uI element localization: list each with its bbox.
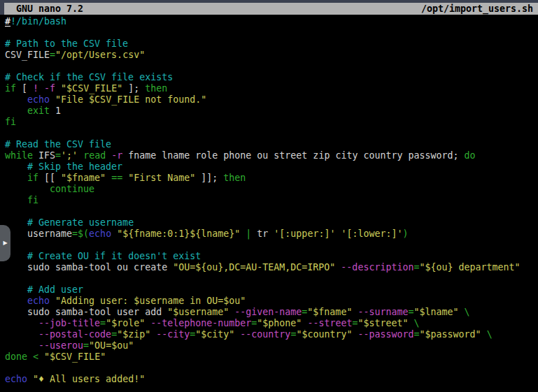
code-token-plain bbox=[5, 296, 27, 306]
code-line[interactable]: continue bbox=[5, 184, 538, 195]
code-token-keyword: ) bbox=[402, 228, 408, 239]
code-line[interactable]: sudo samba-tool user add "$username" --g… bbox=[5, 307, 538, 318]
code-token-plain bbox=[27, 374, 33, 384]
code-token-keyword: = bbox=[83, 340, 89, 351]
code-token-option: --surname bbox=[358, 307, 408, 317]
code-token-option: -f bbox=[44, 83, 55, 94]
code-token-plain: fname lname role phone ou street zip cit… bbox=[122, 150, 464, 161]
app-title: GNU nano 7.2 bbox=[16, 3, 83, 15]
code-token-keyword: fi bbox=[5, 117, 16, 127]
code-token-keyword: = bbox=[55, 150, 61, 161]
code-token-keyword: exit bbox=[27, 106, 50, 116]
code-token-option: --password bbox=[358, 329, 413, 340]
code-token-string: "$fname" bbox=[61, 173, 106, 183]
code-line[interactable]: echo "Adding user: $username in OU=$ou" bbox=[5, 296, 538, 307]
code-token-keyword: == bbox=[111, 173, 122, 183]
code-line[interactable] bbox=[5, 27, 538, 38]
code-token-keyword: = bbox=[111, 329, 117, 340]
code-line[interactable]: --job-title="$role" --telephone-number="… bbox=[5, 318, 538, 329]
code-line[interactable]: sudo samba-tool ou create "OU=${ou},DC=A… bbox=[5, 262, 538, 273]
code-line[interactable]: if [[ "$fname" == "First Name" ]]; then bbox=[5, 173, 538, 184]
code-token-keyword: $( bbox=[78, 228, 89, 239]
code-token-plain bbox=[78, 150, 83, 161]
code-token-plain bbox=[5, 340, 38, 351]
code-line[interactable]: CSV_FILE="/opt/Users.csv" bbox=[5, 50, 538, 61]
code-token-keyword: = bbox=[72, 228, 78, 239]
code-token-keyword: < bbox=[33, 351, 38, 362]
code-line[interactable]: # Skip the header bbox=[5, 161, 538, 173]
code-token-plain bbox=[5, 329, 38, 340]
code-token-plain bbox=[50, 94, 55, 105]
code-token-option: -r bbox=[111, 150, 122, 161]
code-token-keyword: \ bbox=[414, 318, 420, 328]
code-line[interactable]: # Path to the CSV file bbox=[5, 38, 538, 50]
code-token-string: "$role" bbox=[106, 318, 145, 328]
code-line[interactable] bbox=[5, 206, 538, 217]
code-token-plain: [[ bbox=[38, 173, 61, 183]
code-line[interactable]: username=$(echo "${fname:0:1}${lname}" |… bbox=[5, 228, 538, 240]
code-token-option: --country bbox=[240, 329, 290, 340]
code-line[interactable]: # Check if the CSV file exists bbox=[5, 72, 538, 83]
code-token-comment: # Create OU if it doesn't exist bbox=[27, 251, 201, 261]
code-token-string: "$CSV_FILE" bbox=[44, 351, 106, 362]
code-line[interactable]: --userou="OU=$ou" bbox=[5, 340, 538, 351]
code-token-string: "${ou} department" bbox=[419, 262, 520, 273]
code-token-option: ! bbox=[33, 83, 38, 94]
code-token-keyword: \ bbox=[465, 307, 470, 317]
code-token-keyword: if bbox=[5, 83, 16, 94]
code-line[interactable]: if [ ! -f "$CSV_FILE" ]; then bbox=[5, 83, 538, 94]
code-token-option: --city bbox=[156, 329, 190, 340]
code-line[interactable]: fi bbox=[5, 117, 538, 128]
code-token-plain bbox=[106, 150, 111, 161]
code-line[interactable]: while IFS=';' read -r fname lname role p… bbox=[5, 150, 538, 161]
code-token-plain bbox=[481, 329, 487, 340]
code-line[interactable]: exit 1 bbox=[5, 106, 538, 117]
code-token-keyword: done bbox=[5, 351, 27, 362]
code-token-comment: # Check if the CSV file exists bbox=[5, 72, 173, 82]
code-line[interactable]: #!/bin/bash bbox=[5, 16, 538, 27]
code-token-builtin: echo bbox=[5, 374, 27, 384]
code-line[interactable] bbox=[5, 61, 538, 72]
code-token-plain bbox=[5, 161, 27, 172]
code-line[interactable] bbox=[5, 240, 538, 251]
code-token-keyword: = bbox=[414, 329, 420, 340]
code-token-keyword: while bbox=[5, 150, 33, 161]
code-token-builtin: echo bbox=[89, 228, 111, 239]
code-token-plain bbox=[111, 228, 117, 239]
code-token-comment: # Generate username bbox=[27, 217, 134, 228]
code-token-string: "$street" bbox=[358, 318, 408, 328]
nano-titlebar: GNU nano 7.2 /opt/import_users.sh bbox=[0, 3, 538, 15]
code-token-plain bbox=[38, 351, 44, 362]
code-line[interactable]: echo "File $CSV_FILE not found." bbox=[5, 94, 538, 106]
code-token-string: "Adding user: $username in OU=$ou" bbox=[55, 296, 246, 306]
code-area[interactable]: #!/bin/bash # Path to the CSV fileCSV_FI… bbox=[0, 15, 538, 385]
code-line[interactable]: echo "♦ All users added!" bbox=[5, 374, 538, 385]
code-token-string: "OU=${ou},DC=AU-TEAM,DC=IRPO" bbox=[173, 262, 335, 273]
code-token-plain bbox=[5, 284, 27, 295]
code-token-string: '[:upper:]' bbox=[274, 228, 335, 239]
code-token-comment: # Add user bbox=[27, 284, 83, 295]
code-token-plain: ]]; bbox=[195, 173, 223, 183]
side-panel-handle[interactable]: ▶ bbox=[0, 225, 10, 261]
code-line[interactable]: # Add user bbox=[5, 284, 538, 296]
code-token-plain bbox=[459, 307, 465, 317]
code-token-string: "$phone" bbox=[257, 318, 302, 328]
code-token-plain bbox=[5, 94, 27, 105]
code-token-plain: sudo samba-tool ou create bbox=[5, 262, 173, 273]
code-token-keyword: continue bbox=[50, 184, 94, 194]
code-line[interactable]: # Generate username bbox=[5, 217, 538, 228]
code-line[interactable]: # Read the CSV file bbox=[5, 139, 538, 150]
code-line[interactable] bbox=[5, 363, 538, 374]
file-path: /opt/import_users.sh bbox=[421, 3, 533, 15]
code-line[interactable]: fi bbox=[5, 195, 538, 206]
code-line[interactable]: --postal-code="$zip" --city="$city" --co… bbox=[5, 329, 538, 340]
code-token-plain: [ bbox=[16, 83, 33, 94]
code-line[interactable] bbox=[5, 273, 538, 284]
code-token-string: "First Name" bbox=[128, 173, 195, 183]
code-token-keyword: then bbox=[223, 173, 246, 183]
code-token-keyword: if bbox=[27, 173, 38, 183]
code-token-plain bbox=[5, 184, 50, 194]
code-line[interactable]: # Create OU if it doesn't exist bbox=[5, 251, 538, 262]
code-line[interactable]: done < "$CSV_FILE" bbox=[5, 351, 538, 363]
code-line[interactable] bbox=[5, 128, 538, 139]
